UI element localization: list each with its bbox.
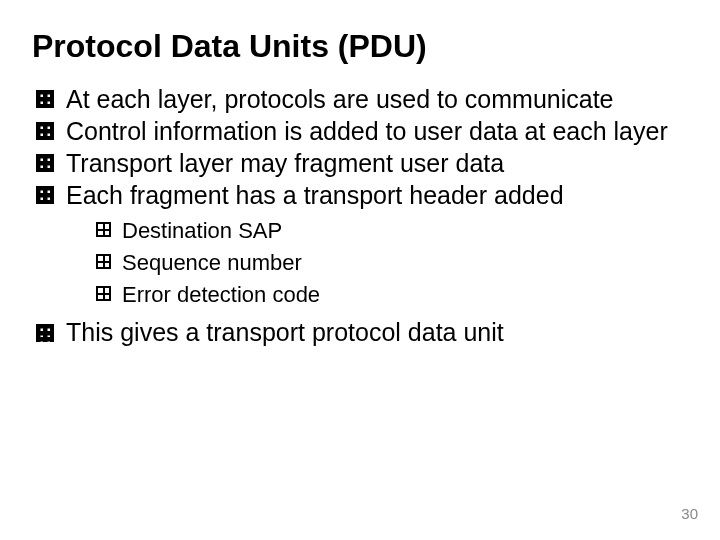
sub-bullet-item: Destination SAP <box>96 215 688 247</box>
bullet-text: Each fragment has a transport header add… <box>66 181 564 209</box>
bullet-item: Each fragment has a transport header add… <box>36 179 688 311</box>
slide-title: Protocol Data Units (PDU) <box>32 28 688 65</box>
bullet-item: Transport layer may fragment user data <box>36 147 688 179</box>
bullet-list: At each layer, protocols are used to com… <box>32 83 688 349</box>
bullet-item: Control information is added to user dat… <box>36 115 688 147</box>
sub-bullet-item: Sequence number <box>96 247 688 279</box>
sub-bullet-item: Error detection code <box>96 279 688 311</box>
bullet-item: At each layer, protocols are used to com… <box>36 83 688 115</box>
bullet-item: This gives a transport protocol data uni… <box>36 316 688 348</box>
sub-bullet-list: Destination SAP Sequence number Error de… <box>66 215 688 311</box>
page-number: 30 <box>681 505 698 522</box>
slide: Protocol Data Units (PDU) At each layer,… <box>0 0 720 540</box>
